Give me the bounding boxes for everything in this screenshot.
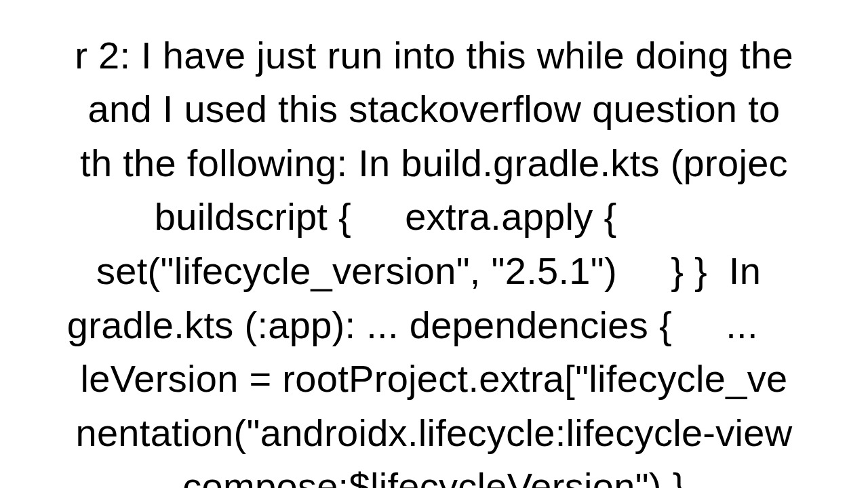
text-line-7: leVersion = rootProject.extra["lifecycle… [81, 357, 788, 400]
text-line-5: set("lifecycle_version", "2.5.1") } } In [96, 249, 772, 292]
text-line-8: nentation("androidx.lifecycle:lifecycle-… [75, 411, 792, 454]
text-line-2: and I used this stackoverflow question t… [77, 87, 791, 130]
answer-text-block: r 2: I have just run into this while doi… [0, 0, 868, 488]
text-line-3: th the following: In build.gradle.kts (p… [80, 142, 788, 184]
text-line-4: buildscript { extra.apply { [155, 195, 713, 238]
text-line-1: r 2: I have just run into this while doi… [75, 34, 793, 77]
text-line-9: compose:$lifecycleVersion") } [182, 465, 685, 488]
text-line-6: gradle.kts (:app): ... dependencies { ..… [67, 304, 801, 346]
